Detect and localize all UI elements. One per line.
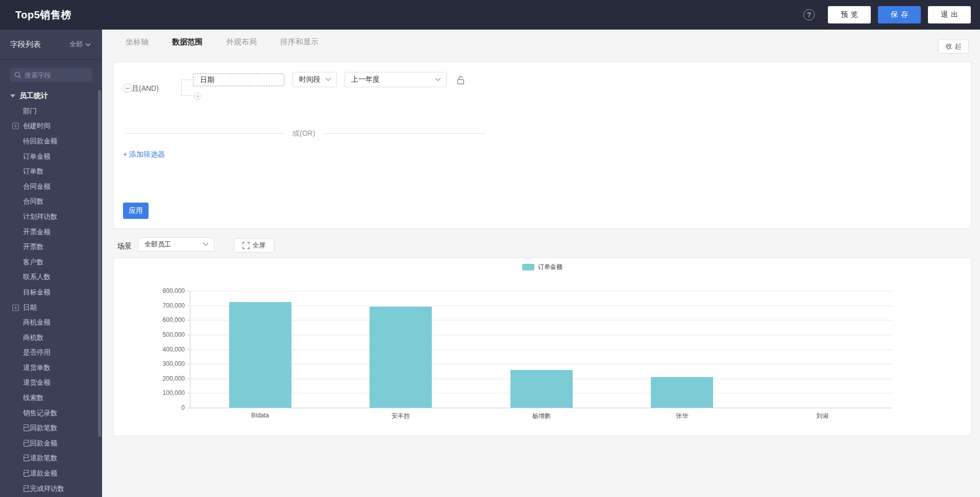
- field-item-label: 订单金额: [23, 152, 51, 161]
- field-item[interactable]: 部门: [0, 104, 102, 119]
- bar-BIdata[interactable]: [229, 302, 291, 408]
- field-item-label: 开票金额: [23, 228, 51, 237]
- y-axis-tick: [187, 335, 190, 335]
- field-item[interactable]: 退货单数: [0, 360, 102, 376]
- fullscreen-icon: [242, 242, 250, 249]
- field-item[interactable]: 已回款笔数: [0, 420, 102, 436]
- field-item[interactable]: 订单金额: [0, 149, 102, 164]
- field-item[interactable]: 已退款金额: [0, 466, 102, 481]
- field-item[interactable]: 客户数: [0, 255, 102, 270]
- chevron-down-icon: [435, 78, 441, 82]
- field-item[interactable]: 已退款笔数: [0, 451, 102, 466]
- tab-3[interactable]: 排序和显示: [280, 37, 318, 47]
- field-item[interactable]: 联系人数: [0, 270, 102, 285]
- settings-tabs: 坐标轴数据范围外观布局排序和显示: [102, 30, 980, 54]
- tab-1[interactable]: 数据范围: [172, 37, 203, 47]
- scene-label: 场景: [117, 242, 132, 251]
- field-item-label: 日期: [23, 303, 37, 312]
- branch-line: [181, 95, 193, 96]
- filter-field-chip[interactable]: 日期: [193, 73, 284, 86]
- exit-button[interactable]: 退出: [928, 6, 971, 23]
- gridline: [190, 291, 893, 291]
- branch-line: [181, 80, 182, 95]
- fullscreen-button[interactable]: 全屏: [234, 238, 274, 253]
- field-item-label: 退货金额: [23, 378, 51, 387]
- field-search-input[interactable]: [24, 71, 86, 79]
- field-item[interactable]: 计划拜访数: [0, 209, 102, 225]
- field-item[interactable]: 创建时间: [0, 119, 102, 134]
- field-item-label: 线索数: [23, 393, 44, 403]
- field-item[interactable]: 合同数: [0, 194, 102, 210]
- triangle-down-icon: [10, 94, 15, 97]
- y-axis-tick: [187, 350, 190, 350]
- main-area: 坐标轴数据范围外观布局排序和显示 收起 且(AND) 日期 时间段 上一年度: [102, 30, 980, 497]
- condition-value: 上一年度: [351, 75, 380, 84]
- field-item[interactable]: 商机金额: [0, 315, 102, 330]
- y-axis-label: 200,000: [149, 375, 185, 382]
- save-button[interactable]: 保存: [878, 6, 921, 23]
- expand-plus-icon[interactable]: [12, 304, 19, 311]
- field-item-label: 客户数: [23, 258, 44, 267]
- condition-value-select[interactable]: 上一年度: [345, 72, 447, 87]
- preview-button[interactable]: 预览: [828, 6, 871, 23]
- sidebar-divider: [0, 59, 102, 60]
- scene-select[interactable]: 全部员工: [138, 237, 214, 252]
- field-item[interactable]: 商机数: [0, 330, 102, 345]
- y-axis-tick: [187, 393, 190, 393]
- scene-value: 全部员工: [144, 240, 171, 249]
- field-item[interactable]: 开票数: [0, 239, 102, 255]
- field-item[interactable]: 已回款金额: [0, 436, 102, 451]
- field-group-toggle[interactable]: 员工统计: [0, 88, 102, 104]
- apply-button[interactable]: 应用: [123, 203, 149, 219]
- field-item[interactable]: 目标金额: [0, 285, 102, 300]
- dashed-line: [325, 133, 485, 134]
- y-axis-label: 600,000: [149, 316, 185, 324]
- field-item[interactable]: 已完成拜访数: [0, 481, 102, 496]
- help-icon[interactable]: ?: [803, 9, 815, 20]
- field-search-box[interactable]: [10, 68, 92, 82]
- add-condition-icon[interactable]: [194, 92, 202, 100]
- sidebar-header: 字段列表 全部: [0, 30, 102, 59]
- x-axis-label: 安丰胜: [370, 412, 431, 420]
- tab-0[interactable]: 坐标轴: [126, 37, 149, 47]
- y-axis-tick: [187, 379, 190, 379]
- unlock-icon[interactable]: [457, 76, 464, 85]
- topbar-actions: ? 预览 保存 退出: [803, 6, 971, 23]
- field-type-filter-dropdown[interactable]: 全部: [69, 40, 91, 49]
- x-axis-line: [190, 408, 893, 408]
- search-icon: [14, 71, 21, 79]
- field-item[interactable]: 日期: [0, 300, 102, 315]
- field-item-label: 开票数: [23, 242, 44, 252]
- gridline: [190, 335, 893, 335]
- field-item-label: 联系人数: [23, 272, 51, 282]
- operator-select[interactable]: 时间段: [292, 72, 337, 87]
- bar-张华[interactable]: [651, 377, 713, 408]
- field-item[interactable]: 开票金额: [0, 225, 102, 240]
- field-item[interactable]: 线索数: [0, 390, 102, 406]
- bar-杨增鹏[interactable]: [510, 370, 573, 408]
- field-item[interactable]: 合同金额: [0, 179, 102, 194]
- bar-安丰胜[interactable]: [370, 307, 432, 408]
- collapse-button[interactable]: 收起: [938, 39, 969, 54]
- sidebar-scrollbar[interactable]: [98, 90, 101, 437]
- remove-condition-icon[interactable]: [123, 84, 132, 93]
- field-item[interactable]: 订单数: [0, 164, 102, 179]
- field-item[interactable]: 退货金额: [0, 376, 102, 391]
- field-item-label: 已完成拜访数: [23, 484, 64, 493]
- field-item[interactable]: 销售记录数: [0, 406, 102, 421]
- field-item[interactable]: 待回款金额: [0, 134, 102, 149]
- y-axis-label: 700,000: [149, 302, 185, 309]
- field-type-filter-value: 全部: [69, 40, 83, 49]
- expand-plus-icon[interactable]: [12, 123, 19, 130]
- tab-2[interactable]: 外观布局: [226, 37, 257, 47]
- field-item-label: 已退款笔数: [23, 454, 58, 463]
- field-item[interactable]: 是否停用: [0, 345, 102, 361]
- gridline: [190, 320, 893, 320]
- field-item-label: 部门: [23, 107, 37, 116]
- add-filter-link[interactable]: + 添加筛选器: [123, 150, 165, 159]
- y-axis-tick: [187, 320, 190, 320]
- field-item-label: 待回款金额: [23, 137, 58, 146]
- y-axis-tick: [187, 291, 190, 291]
- field-item-label: 订单数: [23, 167, 44, 176]
- or-label: 或(OR): [292, 129, 315, 138]
